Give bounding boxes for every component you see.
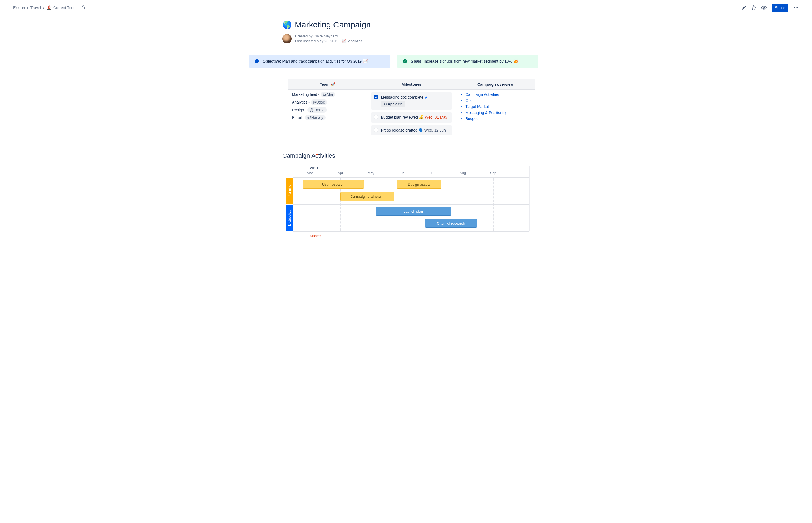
avatar[interactable]: [283, 34, 292, 43]
star-emoji-icon: ★: [425, 95, 428, 100]
gantt-marker-label: Marker 1: [310, 234, 324, 238]
svg-rect-0: [82, 7, 84, 9]
svg-point-4: [795, 7, 796, 8]
task-date: Wed, 01 May: [425, 115, 447, 120]
task-text: Budget plan reviewed: [381, 115, 419, 120]
page-title: Marketing Campaign: [295, 20, 371, 30]
mention[interactable]: @Mia: [321, 92, 335, 97]
money-bag-icon: 💰: [419, 115, 423, 120]
gantt-month: May: [367, 171, 374, 175]
overview-link[interactable]: Budget: [465, 116, 477, 121]
gantt-chart: 2018 Mar Apr May Jun Jul Aug Sep: [286, 166, 529, 231]
svg-point-8: [256, 60, 257, 61]
overview-link[interactable]: Campaign Activities: [465, 92, 499, 97]
gantt-month: Jun: [399, 171, 404, 175]
gantt-bar-design-assets[interactable]: Design assets: [397, 180, 442, 189]
gantt-marker[interactable]: [317, 166, 317, 238]
info-table: Team 🚀 Milestones Campaign overview Mark…: [288, 79, 535, 141]
edit-icon[interactable]: [741, 5, 746, 10]
share-button[interactable]: Share: [772, 4, 788, 12]
goals-text: Increase signups from new market segment…: [423, 59, 518, 64]
gantt-month: Aug: [459, 171, 466, 175]
swimlane-distribution: Distributi...: [286, 205, 293, 231]
checkbox[interactable]: [374, 115, 378, 119]
swimlane-planning: Planning: [286, 178, 293, 204]
breadcrumb-page[interactable]: Current Tours: [53, 5, 77, 10]
th-milestones: Milestones: [367, 79, 456, 90]
mention[interactable]: @Harvey: [305, 115, 326, 120]
team-line: Analytics - @Jose: [292, 100, 363, 104]
mention[interactable]: @Emma: [307, 107, 327, 113]
team-line: Email - @Harvey: [292, 115, 363, 120]
gantt-month: Apr: [338, 171, 343, 175]
page-emoji: 🌎: [283, 20, 292, 30]
info-icon: [254, 59, 259, 64]
analytics-icon: 📈: [341, 39, 346, 43]
analytics-link[interactable]: Analytics: [348, 39, 362, 43]
svg-rect-7: [256, 61, 257, 62]
objective-label: Objective:: [263, 59, 281, 64]
speaking-head-icon: 🗣️: [419, 128, 423, 132]
svg-point-2: [763, 7, 764, 8]
task-date: Wed, 12 Jun: [425, 128, 446, 132]
gantt-bar-launch-plan[interactable]: Launch plan: [376, 207, 451, 216]
byline-updated: Last updated May 23, 2019: [295, 39, 339, 43]
mention[interactable]: @Jose: [311, 100, 327, 105]
gantt-bar-campaign-brainstorm[interactable]: Campaign brainstorm: [340, 192, 395, 201]
objective-panel: Objective: Plan and track campaign activ…: [249, 55, 390, 68]
task-text: Messaging doc complete: [381, 95, 425, 100]
task-item: Press release drafted 🗣️ Wed, 12 Jun: [371, 125, 452, 136]
task-item: Budget plan reviewed 💰 Wed, 01 May: [371, 112, 452, 123]
goals-panel: Goals: Increase signups from new market …: [397, 55, 538, 68]
svg-point-3: [794, 7, 795, 8]
check-circle-icon: [402, 59, 408, 64]
gantt-month: Sep: [490, 171, 497, 175]
breadcrumb-space[interactable]: Exxtreme Travel: [13, 5, 41, 10]
th-team: Team 🚀: [288, 79, 367, 90]
overview-link[interactable]: Messaging & Positioning: [465, 110, 507, 115]
objective-text: Plan and track campaign activities for Q…: [281, 59, 367, 64]
star-icon[interactable]: [751, 5, 756, 10]
breadcrumb-page-icon: 🌋: [47, 5, 51, 10]
unlock-icon[interactable]: [81, 5, 86, 11]
svg-marker-1: [752, 6, 756, 10]
overview-list: Campaign Activities Goals Target Market …: [460, 92, 531, 121]
watch-icon[interactable]: [761, 5, 767, 11]
task-date: 30 Apr 2019: [381, 101, 405, 107]
checkbox[interactable]: [374, 128, 378, 132]
breadcrumb-sep: /: [43, 5, 44, 10]
gantt-bar-user-research[interactable]: User research: [303, 180, 364, 189]
gantt-bar-channel-research[interactable]: Channel research: [425, 219, 476, 228]
goals-label: Goals:: [411, 59, 423, 64]
more-icon[interactable]: [793, 5, 799, 11]
byline-created: Created by Claire Maynard: [295, 34, 362, 39]
gantt-title: Campaign Activities: [283, 152, 529, 159]
task-text: Press release drafted: [381, 128, 419, 132]
checkbox[interactable]: [374, 95, 378, 99]
overview-link[interactable]: Target Market: [465, 104, 489, 109]
gantt-year: 2018: [310, 166, 318, 170]
overview-link[interactable]: Goals: [465, 98, 475, 103]
svg-point-5: [797, 7, 798, 8]
task-item: Messaging doc complete ★ 30 Apr 2019: [371, 92, 452, 110]
team-line: Design - @Emma: [292, 108, 363, 112]
gantt-month: Jul: [430, 171, 435, 175]
gantt-month: Mar: [307, 171, 313, 175]
breadcrumb: Exxtreme Travel / 🌋 Current Tours: [13, 5, 86, 11]
th-overview: Campaign overview: [456, 79, 535, 90]
team-line: Marketing lead - @Mia: [292, 92, 363, 97]
